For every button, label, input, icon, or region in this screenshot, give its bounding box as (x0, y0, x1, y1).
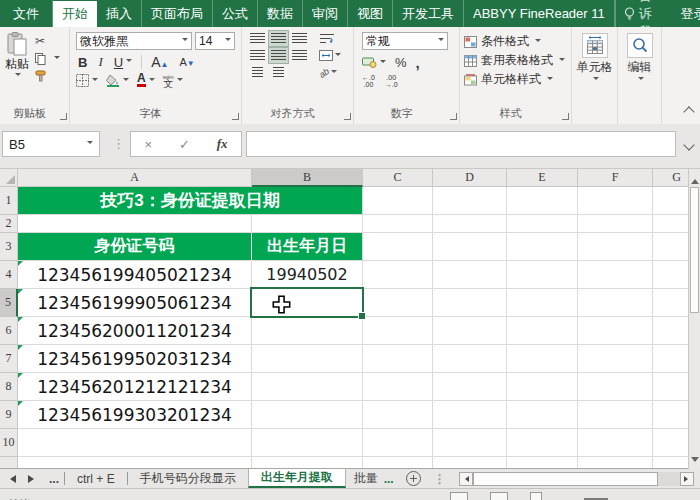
cell-A2[interactable] (18, 215, 252, 233)
cell-F2[interactable] (578, 215, 653, 233)
cell-F8[interactable] (578, 373, 653, 401)
tabbar-splitter[interactable]: ⋮ (429, 472, 451, 486)
decrease-indent-button[interactable] (248, 65, 267, 80)
prev-sheet-icon[interactable] (6, 475, 16, 483)
sign-in[interactable]: 登录 (671, 5, 700, 23)
cell-B3[interactable]: 出生年月日 (252, 233, 363, 261)
col-header-D[interactable]: D (433, 169, 507, 187)
font-name-select[interactable]: 微软雅黑 (76, 32, 192, 50)
align-top-button[interactable] (248, 31, 267, 46)
cell-A3[interactable]: 身份证号码 (18, 233, 252, 261)
cell-A4[interactable]: 123456199405021234 (18, 261, 252, 289)
scroll-up-icon[interactable] (691, 175, 699, 184)
cell-E2[interactable] (507, 215, 578, 233)
tab-home[interactable]: 开始 (53, 1, 97, 27)
vertical-scrollbar[interactable] (688, 169, 700, 469)
sheet-tab-birthdate-active[interactable]: 出生年月提取 (248, 469, 346, 488)
cell-D4[interactable] (433, 261, 507, 289)
font-color-button[interactable]: A (137, 74, 155, 87)
cell-D8[interactable] (433, 373, 507, 401)
number-format-select[interactable]: 常规 (362, 32, 448, 50)
number-dialog-launcher[interactable] (450, 113, 457, 120)
cell-E3[interactable] (507, 233, 578, 261)
bold-button[interactable]: B (76, 55, 89, 70)
phonetic-button[interactable]: wén 文 (163, 74, 183, 87)
page-break-view-icon[interactable] (530, 492, 542, 500)
underline-button[interactable]: U (112, 55, 134, 70)
cell-A7[interactable]: 123456199502031234 (18, 345, 252, 373)
cell-F10[interactable] (578, 429, 653, 457)
row-header-10[interactable]: 10 (0, 429, 18, 457)
tab-review[interactable]: 审阅 (303, 0, 348, 27)
cell-C3[interactable] (363, 233, 433, 261)
cell-C2[interactable] (363, 215, 433, 233)
tab-formulas[interactable]: 公式 (213, 0, 258, 27)
cell-F7[interactable] (578, 345, 653, 373)
row-header-9[interactable]: 9 (0, 401, 18, 429)
cell-B9[interactable] (252, 401, 363, 429)
cell-D2[interactable] (433, 215, 507, 233)
fill-color-button[interactable] (106, 74, 129, 87)
align-center-button[interactable] (269, 48, 288, 63)
format-as-table-button[interactable]: 套用表格格式 (464, 52, 569, 69)
tab-developer[interactable]: 开发工具 (393, 0, 464, 27)
cell-D1[interactable] (433, 187, 507, 215)
cut-icon[interactable]: ✂ (35, 34, 45, 48)
cell-styles-button[interactable]: 单元格样式 (464, 71, 569, 88)
cell-B6[interactable] (252, 317, 363, 345)
cell-A5[interactable]: 123456199905061234 (18, 289, 252, 317)
insert-function-button[interactable]: fx (217, 136, 228, 152)
comma-style-button[interactable]: , (416, 54, 420, 71)
row-header-8[interactable]: 8 (0, 373, 18, 401)
col-header-F[interactable]: F (578, 169, 653, 187)
cell-A10[interactable] (18, 429, 252, 457)
tab-view[interactable]: 视图 (348, 0, 393, 27)
hidden-sheets-left[interactable]: ... (44, 472, 64, 486)
cell-B8[interactable] (252, 373, 363, 401)
cell-C6[interactable] (363, 317, 433, 345)
cell-F9[interactable] (578, 401, 653, 429)
cell-E9[interactable] (507, 401, 578, 429)
cell-B7[interactable] (252, 345, 363, 373)
col-header-E[interactable]: E (507, 169, 578, 187)
merge-center-button[interactable] (317, 48, 343, 63)
tell-me[interactable]: 告诉我... (615, 0, 671, 27)
hidden-sheets-right[interactable]: ... (380, 472, 398, 486)
fill-handle[interactable] (358, 312, 366, 320)
cell-E1[interactable] (507, 187, 578, 215)
accounting-format-button[interactable] (362, 57, 386, 68)
sheet-tab-phone-number[interactable]: 手机号码分段显示 (128, 469, 248, 488)
increase-indent-button[interactable] (269, 65, 288, 80)
align-left-button[interactable] (248, 48, 267, 63)
scroll-down-icon[interactable] (691, 457, 699, 466)
horizontal-scroll-track[interactable] (658, 472, 680, 486)
paste-button[interactable]: 粘贴 (5, 32, 29, 82)
cell-C4[interactable] (363, 261, 433, 289)
align-right-button[interactable] (290, 48, 309, 63)
col-header-B[interactable]: B (252, 169, 363, 187)
cancel-icon[interactable]: × (144, 137, 152, 152)
cell-E8[interactable] (507, 373, 578, 401)
row-header-1[interactable]: 1 (0, 187, 18, 215)
increase-decimal-button[interactable]: ←.0 .00 (362, 74, 375, 88)
tab-insert[interactable]: 插入 (97, 0, 142, 27)
wrap-text-button[interactable] (317, 31, 336, 46)
borders-button[interactable] (76, 74, 98, 87)
new-sheet-button[interactable] (406, 471, 421, 486)
cell-A8[interactable]: 123456201212121234 (18, 373, 252, 401)
formula-input[interactable] (246, 131, 676, 157)
tab-file[interactable]: 文件 (0, 0, 53, 27)
normal-view-icon[interactable] (450, 492, 468, 500)
cell-B10[interactable] (252, 429, 363, 457)
clipboard-dialog-launcher[interactable] (60, 113, 67, 120)
scroll-right-icon[interactable] (680, 472, 694, 486)
font-dialog-launcher[interactable] (232, 113, 239, 120)
cell-C10[interactable] (363, 429, 433, 457)
cell-E5[interactable] (507, 289, 578, 317)
cell-C1[interactable] (363, 187, 433, 215)
vertical-scroll-thumb[interactable] (690, 187, 699, 313)
tab-abbyy[interactable]: ABBYY FineReader 11 (464, 0, 615, 27)
alignment-dialog-launcher[interactable] (344, 113, 351, 120)
name-box[interactable]: B5 (2, 131, 100, 157)
cell-C5[interactable] (363, 289, 433, 317)
